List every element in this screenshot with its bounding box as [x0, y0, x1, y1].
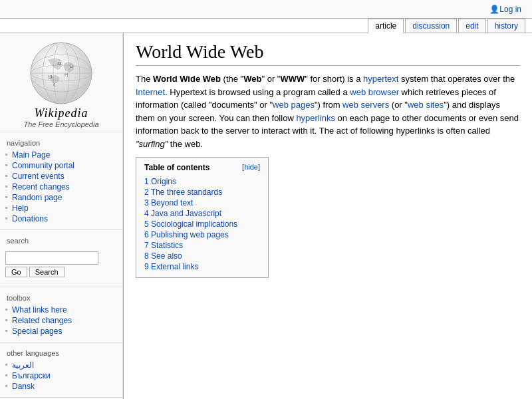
toc-link-3[interactable]: 3 Beyond text	[144, 198, 193, 207]
toc-link-2[interactable]: 2 The three standards	[144, 188, 222, 197]
toc-item: 4 Java and Javascript	[144, 208, 260, 219]
svg-text:Η: Η	[65, 72, 68, 77]
toolbox-special-pages[interactable]: Special pages	[12, 327, 62, 336]
list-item: Български	[0, 370, 122, 381]
link-web-browser[interactable]: web browser	[350, 87, 399, 97]
sidebar-navigation: navigation Main Page Community portal Cu…	[0, 132, 122, 230]
navigation-title: navigation	[0, 138, 122, 150]
link-web-sites[interactable]: web sites	[408, 100, 444, 110]
search-box: Go Search	[0, 247, 122, 281]
toolbox-related-changes[interactable]: Related changes	[12, 316, 72, 325]
bold-world-wide-web: World Wide Web	[153, 74, 221, 84]
list-item: Special pages	[0, 326, 122, 336]
nav-community-portal[interactable]: Community portal	[12, 161, 74, 170]
toc-link-7[interactable]: 7 Statistics	[144, 241, 183, 250]
wikipedia-subtitle: The Free Encyclopedia	[3, 120, 119, 128]
svg-text:Ω: Ω	[57, 61, 61, 66]
toc-link-8[interactable]: 8 See also	[144, 251, 182, 261]
list-item: Dansk	[0, 381, 122, 392]
nav-donations[interactable]: Donations	[12, 214, 48, 223]
search-title: search	[0, 235, 122, 247]
surfing-italic: "surfing"	[136, 139, 168, 149]
topbar: 👤 Log in	[0, 0, 532, 19]
toc-link-9[interactable]: 9 External links	[144, 262, 198, 271]
sidebar: Ω Η Ш 日 ع Wikipedia The Free Encyclopedi…	[0, 33, 123, 399]
tab-edit[interactable]: edit	[458, 19, 485, 33]
lang-bulgarian[interactable]: Български	[12, 371, 51, 380]
bold-web: Web	[243, 74, 261, 84]
wikipedia-title: Wikipedia	[3, 106, 119, 120]
toc-item: 2 The three standards	[144, 187, 260, 198]
list-item: Recent changes	[0, 182, 122, 192]
toc-list: 1 Origins 2 The three standards 3 Beyond…	[144, 176, 260, 272]
toolbox-list: What links here Related changes Special …	[0, 305, 122, 336]
toolbox-what-links-here[interactable]: What links here	[12, 305, 67, 315]
toc-item: 1 Origins	[144, 176, 260, 187]
svg-text:日: 日	[69, 65, 73, 68]
list-item: Related changes	[0, 315, 122, 326]
tab-article[interactable]: article	[368, 19, 404, 33]
toolbox-title: toolbox	[0, 293, 122, 305]
wikipedia-globe: Ω Η Ш 日 ع	[28, 40, 94, 106]
link-internet[interactable]: Internet	[136, 87, 165, 97]
page-title: World Wide Web	[136, 41, 520, 66]
tab-history[interactable]: history	[487, 19, 525, 33]
lang-danish[interactable]: Dansk	[12, 382, 35, 391]
list-item: Donations	[0, 213, 122, 224]
svg-text:ع: ع	[53, 82, 56, 86]
nav-random-page[interactable]: Random page	[12, 193, 62, 202]
link-web-pages[interactable]: web pages	[273, 100, 315, 110]
tabs-bar: article discussion edit history	[0, 19, 532, 33]
list-item: Community portal	[0, 160, 122, 171]
login-icon: 👤	[489, 5, 499, 14]
list-item: Random page	[0, 192, 122, 203]
sidebar-search: search Go Search	[0, 230, 122, 287]
nav-help[interactable]: Help	[12, 203, 29, 213]
list-item: What links here	[0, 305, 122, 315]
lang-arabic[interactable]: العربية	[12, 360, 34, 370]
other-languages-list: العربية Български Dansk	[0, 360, 122, 392]
list-item: Help	[0, 203, 122, 213]
list-item: العربية	[0, 360, 122, 370]
toc-item: 9 External links	[144, 261, 260, 272]
toc-link-1[interactable]: 1 Origins	[144, 177, 176, 186]
main-layout: Ω Η Ш 日 ع Wikipedia The Free Encyclopedi…	[0, 33, 532, 399]
link-hyperlinks[interactable]: hyperlinks	[296, 113, 335, 123]
sidebar-other-languages: other languages العربية Български Dansk	[0, 342, 122, 398]
toc-link-6[interactable]: 6 Publishing web pages	[144, 230, 229, 239]
table-of-contents: Table of contents [hide] 1 Origins 2 The…	[136, 157, 269, 278]
nav-main-page[interactable]: Main Page	[12, 150, 50, 160]
search-button[interactable]: Search	[29, 267, 65, 277]
toc-item: 6 Publishing web pages	[144, 229, 260, 240]
toc-item: 5 Sociological implications	[144, 219, 260, 229]
login-link[interactable]: Log in	[499, 5, 521, 14]
search-input[interactable]	[5, 251, 98, 265]
toc-title: Table of contents [hide]	[144, 163, 260, 172]
link-web-servers[interactable]: web servers	[342, 100, 389, 110]
sidebar-toolbox: toolbox What links here Related changes …	[0, 287, 122, 342]
toc-hide-link[interactable]: [hide]	[242, 163, 260, 172]
toc-link-4[interactable]: 4 Java and Javascript	[144, 209, 221, 218]
search-buttons: Go Search	[5, 267, 117, 277]
other-languages-title: other languages	[0, 348, 122, 360]
toc-item: 8 See also	[144, 251, 260, 261]
tab-discussion[interactable]: discussion	[405, 19, 457, 33]
go-button[interactable]: Go	[5, 267, 27, 277]
toc-item: 3 Beyond text	[144, 198, 260, 208]
intro-paragraph: The World Wide Web (the "Web" or "WWW" f…	[136, 72, 520, 150]
toc-item: 7 Statistics	[144, 240, 260, 251]
link-hypertext[interactable]: hypertext	[363, 74, 398, 84]
navigation-list: Main Page Community portal Current event…	[0, 150, 122, 224]
toc-title-text: Table of contents	[144, 163, 209, 172]
bold-www: WWW	[280, 74, 305, 84]
svg-text:Ш: Ш	[48, 74, 52, 79]
nav-current-events[interactable]: Current events	[12, 172, 65, 181]
toc-link-5[interactable]: 5 Sociological implications	[144, 219, 237, 229]
sidebar-logo: Ω Η Ш 日 ع Wikipedia The Free Encyclopedi…	[0, 33, 122, 132]
list-item: Main Page	[0, 150, 122, 160]
nav-recent-changes[interactable]: Recent changes	[12, 182, 70, 192]
content: World Wide Web The World Wide Web (the "…	[123, 33, 532, 399]
list-item: Current events	[0, 171, 122, 182]
